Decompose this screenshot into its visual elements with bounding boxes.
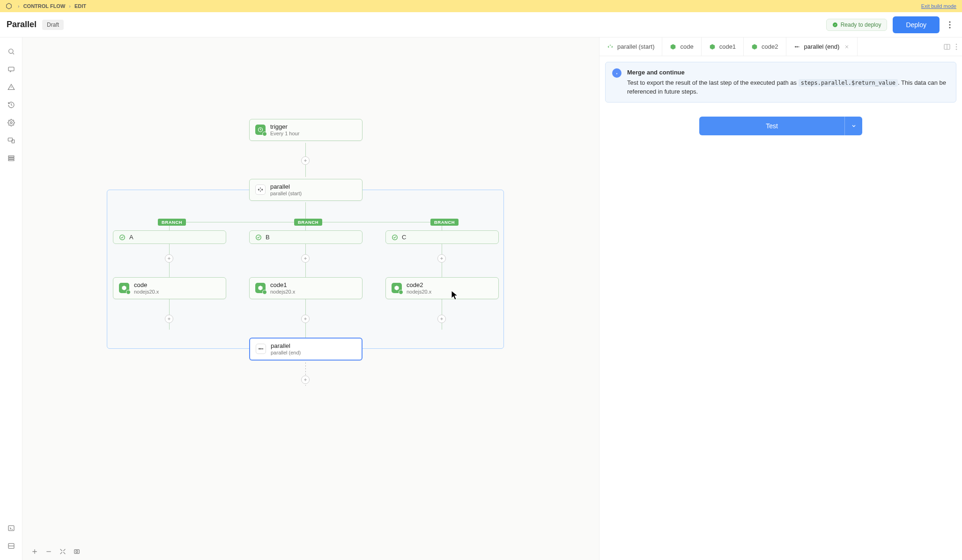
search-button[interactable] [4,44,19,59]
svg-point-18 [259,349,260,350]
add-step-button[interactable] [301,156,310,165]
check-circle-icon [832,22,838,28]
add-step-button[interactable] [301,315,310,323]
svg-rect-12 [8,526,14,531]
svg-rect-9 [8,156,14,157]
add-step-button[interactable] [301,376,310,384]
close-icon[interactable] [844,44,850,50]
svg-rect-5 [8,67,14,71]
svg-point-6 [10,122,12,124]
tab-parallel-end[interactable]: parallel (end) [786,37,858,56]
parallel-end-node[interactable]: parallel parallel (end) [249,338,363,361]
code-node[interactable]: code2 nodejs20.x [385,277,499,299]
test-button[interactable]: Test [699,117,844,135]
add-step-button[interactable] [437,315,446,323]
history-icon [7,101,15,109]
tab-code2[interactable]: code2 [744,37,786,56]
detail-panel: parallel (start) code code1 code2 parall… [599,37,962,560]
tab-label: code1 [719,43,736,50]
merge-icon [256,344,266,354]
exit-build-mode-link[interactable]: Exit build mode [921,3,956,9]
add-step-button[interactable] [165,254,173,263]
svg-rect-10 [8,158,14,159]
svg-point-23 [797,46,798,47]
node-subtitle: Every 1 hour [270,131,299,137]
zoom-in-button[interactable] [31,548,38,555]
breadcrumb-item[interactable]: EDIT [74,3,86,9]
branch-tag: BRANCH [294,219,322,226]
kebab-icon[interactable] [955,44,957,50]
chat-button[interactable] [4,62,19,77]
breadcrumb: › CONTROL FLOW › EDIT [6,3,86,9]
screenshot-button[interactable] [73,548,81,555]
workflow-canvas[interactable]: trigger Every 1 hour parallel parallel (… [22,37,599,560]
tab-label: parallel (start) [617,43,654,50]
tab-parallel-start[interactable]: parallel (start) [599,37,662,56]
branch-label: C [402,234,406,241]
warning-icon [7,83,15,91]
add-step-button[interactable] [437,254,446,263]
info-text: Test to export the result of the last st… [627,78,949,96]
history-button[interactable] [4,97,19,112]
svg-point-26 [956,46,957,47]
info-callout: Merge and continue Test to export the re… [605,62,956,103]
branch-label-node[interactable]: C [385,230,499,244]
panel-icon [7,542,15,550]
svg-point-2 [949,24,950,25]
more-menu-button[interactable] [944,19,955,30]
tab-code1[interactable]: code1 [702,37,744,56]
build-mode-banner: › CONTROL FLOW › EDIT Exit build mode [0,0,962,12]
branch-label: A [129,234,133,241]
add-step-button[interactable] [165,315,173,323]
fit-button[interactable] [59,548,67,555]
chevron-down-icon [851,123,857,129]
node-title: trigger [270,123,299,131]
parallel-start-node[interactable]: parallel parallel (start) [249,179,363,201]
tab-label: code [680,43,693,50]
breadcrumb-item[interactable]: CONTROL FLOW [23,3,66,9]
devices-button[interactable] [4,133,19,148]
tab-code[interactable]: code [662,37,701,56]
branch-label-node[interactable]: B [249,230,363,244]
code-snippet: steps.parallel.$return_value [799,79,898,87]
parallel-icon [607,44,614,50]
deploy-button[interactable]: Deploy [893,16,940,33]
panel-button[interactable] [4,538,19,553]
code-node[interactable]: code nodejs20.x [113,277,226,299]
code-node[interactable]: code1 nodejs20.x [249,277,363,299]
node-title: code2 [407,281,431,289]
node-title: parallel [270,183,302,191]
svg-point-4 [8,49,13,53]
search-icon [7,48,15,55]
draft-badge: Draft [42,20,64,30]
layout-button[interactable] [943,43,951,51]
svg-point-22 [795,46,796,47]
chat-icon [7,66,15,73]
trigger-node[interactable]: trigger Every 1 hour [249,119,363,141]
data-button[interactable] [4,151,19,166]
clock-icon [255,125,266,135]
check-circle-icon [119,234,126,241]
svg-point-1 [949,21,950,22]
database-icon [7,155,15,162]
zoom-out-button[interactable] [45,548,52,555]
svg-point-3 [949,27,950,28]
branch-label-node[interactable]: A [113,230,226,244]
svg-rect-20 [74,550,80,553]
check-circle-icon [255,234,262,241]
terminal-button[interactable] [4,521,19,536]
node-subtitle: nodejs20.x [407,289,431,295]
nodejs-icon [119,283,129,293]
chevron-right-icon: › [18,3,20,9]
node-subtitle: nodejs20.x [134,289,159,295]
warnings-button[interactable] [4,80,19,95]
terminal-icon [7,524,15,532]
add-step-button[interactable] [301,254,310,263]
node-title: code [134,281,159,289]
test-dropdown-button[interactable] [844,117,862,135]
kebab-icon [949,21,951,29]
tab-label: code2 [762,43,778,50]
gear-icon [7,119,15,126]
node-title: parallel [271,342,301,350]
settings-button[interactable] [4,115,19,130]
